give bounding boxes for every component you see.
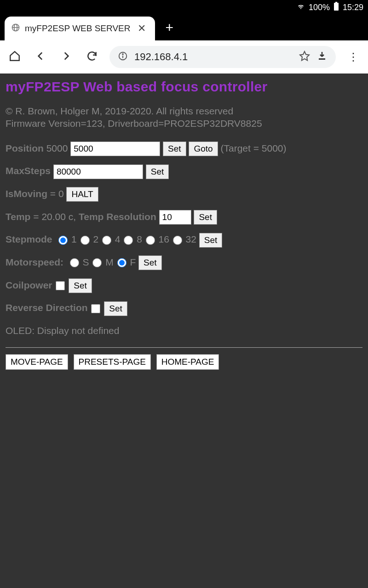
- oled-status: OLED: Display not defined: [6, 322, 362, 339]
- footer-buttons: MOVE-PAGE PRESETS-PAGE HOME-PAGE: [6, 354, 362, 370]
- tab-bar: myFP2ESP WEB SERVER ✕ +: [0, 15, 368, 40]
- copyright-text: © R. Brown, Holger M, 2019-2020. All rig…: [6, 105, 362, 130]
- page-title: myFP2ESP Web based focus controller: [6, 79, 362, 95]
- tempres-label: Temp Resolution: [79, 211, 156, 222]
- stepmode-label: Stepmode: [6, 234, 52, 244]
- motorspeed-row: Motorspeed: S M F Set: [6, 254, 362, 271]
- maxsteps-set-button[interactable]: Set: [146, 164, 169, 179]
- stepmode-16-label: 16: [159, 234, 169, 244]
- reverse-checkbox[interactable]: [91, 304, 100, 313]
- stepmode-16-radio[interactable]: [146, 236, 155, 245]
- new-tab-button[interactable]: +: [155, 20, 184, 35]
- temp-value: = 20.00 c,: [30, 211, 79, 222]
- stepmode-4-radio[interactable]: [102, 236, 111, 245]
- motorspeed-s-label: S: [83, 257, 89, 267]
- clock: 15:29: [343, 3, 363, 12]
- ismoving-label: IsMoving: [6, 188, 47, 199]
- reverse-row: Reverse Direction Set: [6, 300, 362, 316]
- maxsteps-input[interactable]: [53, 164, 143, 179]
- position-goto-button[interactable]: Goto: [189, 141, 218, 156]
- download-icon[interactable]: [316, 51, 328, 63]
- stepmode-8-radio[interactable]: [124, 236, 133, 245]
- back-icon[interactable]: [32, 50, 49, 64]
- battery-icon: [334, 2, 339, 13]
- battery-percent: 100%: [309, 3, 330, 12]
- position-input[interactable]: [70, 141, 160, 156]
- ismoving-row: IsMoving = 0 HALT: [6, 186, 362, 202]
- stepmode-2-label: 2: [93, 234, 98, 244]
- stepmode-8-label: 8: [137, 234, 142, 244]
- reload-icon[interactable]: [84, 50, 100, 64]
- reverse-set-button[interactable]: Set: [104, 301, 127, 316]
- coilpower-label: Coilpower: [6, 280, 52, 290]
- position-value: 5000: [46, 143, 68, 153]
- close-icon[interactable]: ✕: [135, 23, 149, 34]
- position-set-button[interactable]: Set: [163, 141, 186, 156]
- menu-icon[interactable]: ⋮: [345, 51, 362, 63]
- position-target: (Target = 5000): [221, 143, 287, 153]
- coilpower-set-button[interactable]: Set: [69, 278, 92, 293]
- motorspeed-set-button[interactable]: Set: [138, 255, 162, 270]
- reverse-label: Reverse Direction: [6, 302, 88, 313]
- svg-point-7: [122, 54, 123, 55]
- motorspeed-label: Motorspeed:: [6, 257, 63, 267]
- svg-rect-0: [334, 3, 339, 11]
- home-icon[interactable]: [6, 50, 23, 64]
- ismoving-value: = 0: [47, 188, 66, 199]
- url-text: 192.168.4.1: [134, 51, 293, 63]
- tempres-set-button[interactable]: Set: [194, 210, 217, 225]
- temp-label: Temp: [6, 211, 30, 222]
- stepmode-row: Stepmode 1 2 4 8 16 32 Set: [6, 231, 362, 248]
- globe-icon: [11, 23, 20, 34]
- position-row: Position 5000 Set Goto (Target = 5000): [6, 140, 362, 157]
- coilpower-row: Coilpower Set: [6, 277, 362, 294]
- stepmode-1-radio[interactable]: [58, 236, 68, 245]
- halt-button[interactable]: HALT: [66, 187, 98, 202]
- page-content: myFP2ESP Web based focus controller © R.…: [0, 74, 368, 588]
- divider: [6, 347, 362, 348]
- wifi-icon: [297, 2, 305, 13]
- motorspeed-m-label: M: [105, 257, 114, 267]
- coilpower-checkbox[interactable]: [56, 281, 65, 290]
- bookmark-icon[interactable]: [299, 51, 310, 63]
- status-bar: 100% 15:29: [0, 0, 368, 15]
- maxsteps-row: MaxSteps Set: [6, 163, 362, 179]
- svg-rect-1: [335, 2, 337, 3]
- stepmode-4-label: 4: [115, 234, 121, 244]
- browser-tab[interactable]: myFP2ESP WEB SERVER ✕: [5, 17, 155, 40]
- stepmode-set-button[interactable]: Set: [199, 233, 223, 248]
- stepmode-32-radio[interactable]: [173, 236, 182, 245]
- stepmode-1-label: 1: [71, 234, 77, 244]
- stepmode-2-radio[interactable]: [80, 236, 90, 245]
- forward-icon[interactable]: [58, 50, 75, 64]
- info-icon[interactable]: [118, 51, 128, 63]
- motorspeed-f-radio[interactable]: [117, 258, 126, 267]
- home-page-button[interactable]: HOME-PAGE: [156, 354, 219, 370]
- position-label: Position: [6, 143, 44, 153]
- motorspeed-f-label: F: [130, 257, 136, 267]
- address-bar[interactable]: 192.168.4.1: [109, 46, 336, 68]
- tempres-input[interactable]: [159, 210, 191, 225]
- svg-rect-8: [319, 58, 325, 60]
- motorspeed-m-radio[interactable]: [92, 258, 102, 267]
- maxsteps-label: MaxSteps: [6, 165, 51, 176]
- stepmode-32-label: 32: [186, 234, 196, 244]
- motorspeed-s-radio[interactable]: [70, 258, 79, 267]
- presets-page-button[interactable]: PRESETS-PAGE: [74, 354, 151, 370]
- move-page-button[interactable]: MOVE-PAGE: [6, 354, 68, 370]
- tab-title: myFP2ESP WEB SERVER: [25, 23, 130, 34]
- temp-row: Temp = 20.00 c, Temp Resolution Set: [6, 209, 362, 225]
- browser-toolbar: 192.168.4.1 ⋮: [0, 40, 368, 74]
